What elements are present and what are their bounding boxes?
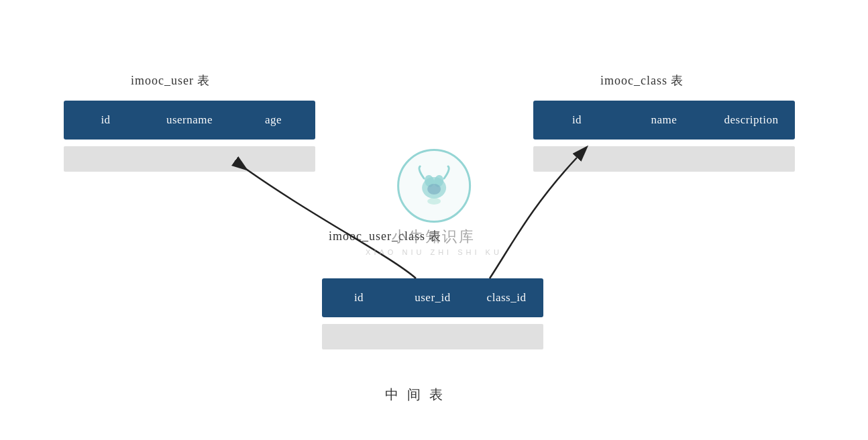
imooc-user-table-row <box>64 146 315 172</box>
diagram-container: imooc_user 表 id username age imooc_class… <box>0 0 868 440</box>
svg-point-4 <box>433 174 445 188</box>
arrow-user-id <box>235 161 416 278</box>
arrows-svg <box>0 0 868 440</box>
svg-point-5 <box>427 184 441 195</box>
imooc-user-class-table-header: id user_id class_id <box>322 278 543 317</box>
imooc-user-class-col-class-id: class_id <box>470 291 543 305</box>
imooc-user-class-table-label: imooc_user_class 表 <box>329 228 441 244</box>
imooc-class-table-header: id name description <box>533 101 795 140</box>
imooc-user-class-table-row <box>322 324 543 349</box>
imooc-class-col-name: name <box>620 113 708 127</box>
zhongjian-label: 中 间 表 <box>385 386 445 404</box>
svg-point-3 <box>423 174 435 188</box>
imooc-user-table-header: id username age <box>64 101 315 140</box>
imooc-class-col-id: id <box>533 113 620 127</box>
arrow-class-id <box>490 158 577 278</box>
imooc-user-table-label: imooc_user 表 <box>131 72 210 89</box>
svg-point-2 <box>422 177 446 199</box>
svg-point-6 <box>427 198 441 205</box>
imooc-user-class-col-user-id: user_id <box>396 291 470 305</box>
imooc-user-col-id: id <box>64 113 148 127</box>
imooc-user-col-username: username <box>148 113 231 127</box>
imooc-user-class-col-id: id <box>322 291 396 305</box>
imooc-user-col-age: age <box>231 113 315 127</box>
imooc-class-table-row <box>533 146 795 172</box>
imooc-class-table-label: imooc_class 表 <box>600 72 684 89</box>
watermark-subtext: XIAO NIU ZHI SHI KU <box>366 248 502 256</box>
imooc-class-col-description: description <box>708 113 795 127</box>
